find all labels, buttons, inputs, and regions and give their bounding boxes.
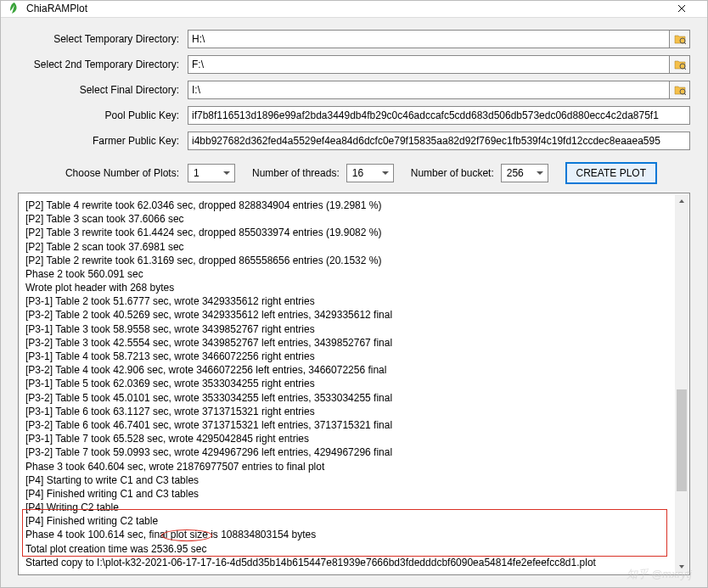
farmer-key-label: Farmer Public Key: — [18, 135, 188, 147]
scroll-down-arrow[interactable] — [675, 560, 688, 574]
scroll-thumb[interactable] — [677, 389, 687, 491]
log-line: [P3-1] Table 6 took 63.1127 sec, wrote 3… — [25, 405, 683, 418]
temp-dir-label: Select Temporary Directory: — [18, 33, 188, 45]
log-line: [P2] Table 3 rewrite took 61.4424 sec, d… — [25, 226, 683, 239]
farmer-key-input[interactable] — [188, 132, 690, 150]
num-plots-select[interactable]: 1 — [188, 164, 235, 182]
threads-select[interactable]: 16 — [346, 164, 394, 182]
log-line: [P3-1] Table 3 took 58.9558 sec, wrote 3… — [25, 322, 683, 336]
log-line: [P2] Table 2 rewrite took 61.3169 sec, d… — [25, 254, 683, 267]
log-scrollbar[interactable] — [675, 194, 688, 574]
log-line: [P3-2] Table 7 took 59.0993 sec, wrote 4… — [25, 445, 683, 459]
temp-dir-input[interactable] — [188, 30, 670, 48]
log-line: [P3-1] Table 2 took 51.6777 sec, wrote 3… — [25, 294, 683, 308]
final-dir-browse-button[interactable] — [670, 81, 690, 99]
log-line: [P3-2] Table 4 took 42.906 sec, wrote 34… — [25, 363, 683, 377]
log-line: [P4] Finished writing C2 table — [25, 514, 683, 528]
log-line: [P4] Writing C2 table — [25, 501, 683, 514]
log-line: [P3-2] Table 3 took 42.5554 sec, wrote 3… — [25, 336, 683, 350]
titlebar: ChiaRAMPlot — [1, 1, 707, 18]
log-output[interactable]: [P2] Table 4 rewrite took 62.0346 sec, d… — [18, 193, 690, 575]
log-line: [P2] Table 4 rewrite took 62.0346 sec, d… — [25, 199, 683, 212]
log-line: Started copy to I:\plot-k32-2021-06-17-1… — [25, 556, 683, 569]
log-line: [P4] Finished writing C1 and C3 tables — [25, 487, 683, 501]
window-title: ChiaRAMPlot — [26, 3, 662, 14]
pool-key-label: Pool Public Key: — [18, 109, 188, 121]
log-line: [P3-1] Table 7 took 65.528 sec, wrote 42… — [25, 432, 683, 445]
log-line: Phase 3 took 640.604 sec, wrote 21876977… — [25, 460, 683, 473]
log-line: [P4] Starting to write C1 and C3 tables — [25, 473, 683, 487]
app-window: ChiaRAMPlot Select Temporary Directory: … — [0, 0, 708, 588]
log-line: Wrote plot header with 268 bytes — [25, 281, 683, 294]
create-plot-button[interactable]: CREATE PLOT — [565, 162, 657, 184]
folder-icon — [674, 59, 686, 70]
threads-label: Number of threads: — [252, 167, 340, 179]
temp2-dir-label: Select 2nd Temporary Directory: — [18, 59, 188, 70]
pool-key-input[interactable] — [188, 106, 690, 125]
log-line: [P3-1] Table 4 took 58.7213 sec, wrote 3… — [25, 350, 683, 363]
close-button[interactable] — [662, 1, 700, 17]
log-line: Phase 2 took 560.091 sec — [25, 267, 683, 281]
folder-icon — [674, 85, 686, 95]
content-area: Select Temporary Directory: Select 2nd T… — [1, 18, 707, 587]
final-dir-label: Select Final Directory: — [18, 84, 188, 96]
buckets-select[interactable]: 256 — [501, 164, 548, 182]
temp-dir-browse-button[interactable] — [670, 30, 690, 48]
scroll-up-arrow[interactable] — [675, 194, 688, 208]
num-plots-label: Choose Number of Plots: — [18, 167, 188, 179]
log-line: [P2] Table 2 scan took 37.6981 sec — [25, 240, 683, 254]
buckets-label: Number of bucket: — [411, 167, 494, 179]
folder-icon — [674, 34, 686, 44]
final-dir-input[interactable] — [188, 81, 670, 99]
log-line: [P3-2] Table 2 took 40.5269 sec, wrote 3… — [25, 308, 683, 322]
log-line: [P3-2] Table 5 took 45.0101 sec, wrote 3… — [25, 391, 683, 405]
log-line: Total plot creation time was 2536.95 sec — [25, 542, 683, 556]
log-line: [P3-1] Table 5 took 62.0369 sec, wrote 3… — [25, 377, 683, 390]
temp2-dir-input[interactable] — [188, 55, 670, 74]
log-line: [P3-2] Table 6 took 46.7401 sec, wrote 3… — [25, 418, 683, 432]
log-line: Phase 4 took 100.614 sec, final plot siz… — [25, 528, 683, 541]
log-line: [P2] Table 3 scan took 37.6066 sec — [25, 212, 683, 226]
app-icon — [8, 2, 21, 15]
temp2-dir-browse-button[interactable] — [670, 55, 690, 74]
